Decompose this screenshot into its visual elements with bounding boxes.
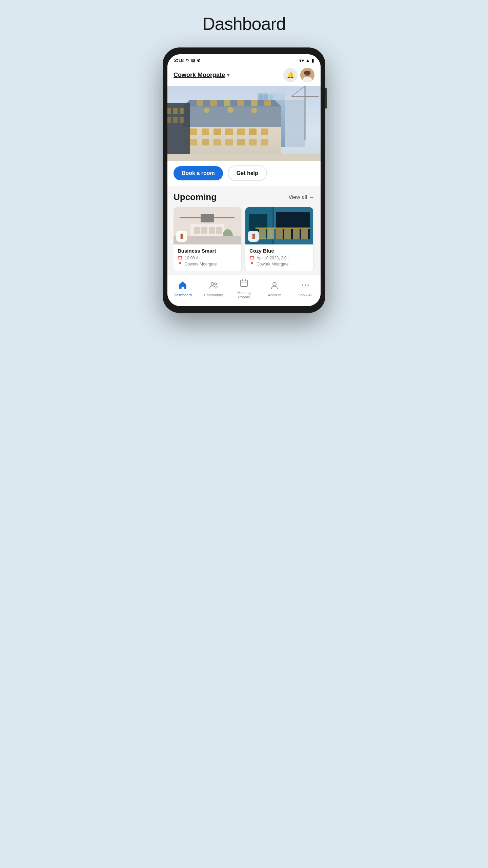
no-disturb-icon: ⊘ xyxy=(197,58,200,63)
data-icon: ⟳ xyxy=(186,58,189,63)
svg-rect-22 xyxy=(224,100,230,106)
section-header: Upcoming View all → xyxy=(174,192,314,202)
nav-item-show-all[interactable]: Show All xyxy=(295,281,316,297)
svg-rect-69 xyxy=(256,228,310,229)
svg-rect-49 xyxy=(180,117,184,123)
get-help-button[interactable]: Get help xyxy=(228,165,267,181)
nav-item-meeting-rooms[interactable]: MeetingRooms xyxy=(234,278,254,299)
svg-rect-47 xyxy=(167,117,171,123)
svg-rect-31 xyxy=(214,129,221,135)
location-selector[interactable]: Cowork Moorgate ▾ xyxy=(174,72,229,79)
upcoming-title: Upcoming xyxy=(174,192,217,202)
signal-icon: ▲ xyxy=(305,58,310,63)
room-location-2: 📍 Cowork Moorgate xyxy=(249,262,309,267)
svg-point-28 xyxy=(251,108,257,113)
svg-rect-20 xyxy=(197,100,203,106)
clock-icon-2: ⏰ xyxy=(249,256,255,260)
status-bar: 2:18 ⟳ ▤ ⊘ ▾▾ ▲ ▮ xyxy=(167,54,321,65)
pin-icon-2: 📍 xyxy=(249,262,255,267)
svg-rect-41 xyxy=(249,139,257,145)
room-card-body: Business Smart ⏰ 10:00 A... 📍 Cowork Moo… xyxy=(174,244,241,271)
view-all-text: View all xyxy=(288,194,307,200)
svg-point-87 xyxy=(305,284,306,286)
status-left: 2:18 ⟳ ▤ ⊘ xyxy=(174,58,200,63)
svg-rect-72 xyxy=(276,229,283,239)
account-icon xyxy=(270,281,279,292)
svg-rect-24 xyxy=(251,100,258,106)
svg-rect-7 xyxy=(285,100,305,147)
room-card[interactable]: 🚪 Cozy Blue ⏰ Apr 10 2023, 2:0... 📍 Cowo… xyxy=(245,207,313,271)
svg-rect-53 xyxy=(167,154,321,161)
svg-rect-60 xyxy=(216,227,222,234)
nav-item-community[interactable]: Community xyxy=(203,281,224,297)
svg-rect-46 xyxy=(180,108,184,114)
room-door-icon-2: 🚪 xyxy=(248,231,259,242)
svg-point-26 xyxy=(204,108,209,113)
pin-icon-1: 📍 xyxy=(178,262,183,267)
svg-rect-33 xyxy=(237,129,245,135)
bell-icon: 🔔 xyxy=(287,71,294,79)
arrow-right-icon: → xyxy=(309,194,314,200)
hero-image xyxy=(167,86,321,161)
svg-rect-75 xyxy=(301,229,308,239)
svg-rect-36 xyxy=(190,139,197,145)
svg-rect-42 xyxy=(261,139,268,145)
room-location-1: 📍 Cowork Moorgate xyxy=(178,262,237,267)
svg-rect-35 xyxy=(261,129,268,135)
phone-shell: 2:18 ⟳ ▤ ⊘ ▾▾ ▲ ▮ Cowork Moorgate ▾ 🔔 xyxy=(163,47,325,313)
status-right: ▾▾ ▲ ▮ xyxy=(299,58,314,63)
svg-rect-48 xyxy=(173,117,178,123)
svg-rect-73 xyxy=(284,229,291,239)
room-time-1: ⏰ 10:00 A... xyxy=(178,256,237,260)
book-room-button[interactable]: Book a room xyxy=(174,166,223,180)
svg-rect-81 xyxy=(241,280,247,287)
svg-rect-74 xyxy=(293,229,300,239)
avatar-image xyxy=(300,68,314,82)
svg-rect-70 xyxy=(259,229,266,239)
storage-icon: ▤ xyxy=(191,58,195,63)
svg-rect-9 xyxy=(259,95,263,100)
svg-rect-61 xyxy=(201,214,214,222)
svg-rect-37 xyxy=(202,139,209,145)
home-icon xyxy=(178,281,187,292)
header-actions: 🔔 xyxy=(283,68,314,82)
chevron-down-icon: ▾ xyxy=(227,72,229,78)
svg-point-85 xyxy=(273,282,276,286)
upcoming-section: Upcoming View all → xyxy=(167,186,321,275)
view-all-link[interactable]: View all → xyxy=(288,194,314,200)
room-cards: 🚪 Business Smart ⏰ 10:00 A... 📍 Cowork M… xyxy=(174,207,314,271)
page-title: Dashboard xyxy=(202,14,285,34)
svg-rect-44 xyxy=(167,108,171,114)
nav-label-community: Community xyxy=(204,293,223,297)
svg-rect-40 xyxy=(237,139,245,145)
svg-rect-23 xyxy=(237,100,244,106)
room-name-2: Cozy Blue xyxy=(249,248,309,254)
notification-button[interactable]: 🔔 xyxy=(283,68,298,82)
svg-rect-10 xyxy=(264,95,268,100)
svg-rect-57 xyxy=(194,227,200,234)
svg-rect-11 xyxy=(269,95,273,100)
room-card-image: 🚪 xyxy=(174,207,241,244)
room-door-icon-1: 🚪 xyxy=(176,231,187,242)
svg-rect-45 xyxy=(173,108,178,114)
nav-label-account: Account xyxy=(268,293,281,297)
more-icon xyxy=(301,281,310,292)
status-time: 2:18 xyxy=(174,58,184,63)
avatar[interactable] xyxy=(300,68,314,82)
svg-point-80 xyxy=(215,283,217,285)
nav-label-dashboard: Dashboard xyxy=(174,293,192,297)
svg-point-79 xyxy=(211,282,214,285)
building-scene xyxy=(167,86,321,161)
calendar-icon xyxy=(240,278,248,289)
svg-rect-29 xyxy=(190,129,197,135)
svg-rect-38 xyxy=(214,139,221,145)
location-name: Cowork Moorgate xyxy=(174,72,225,79)
room-time-2: ⏰ Apr 10 2023, 2:0... xyxy=(249,256,309,260)
svg-point-86 xyxy=(302,284,303,286)
room-card[interactable]: 🚪 Business Smart ⏰ 10:00 A... 📍 Cowork M… xyxy=(174,207,241,271)
nav-item-dashboard[interactable]: Dashboard xyxy=(172,281,193,297)
nav-item-account[interactable]: Account xyxy=(264,281,285,297)
svg-rect-21 xyxy=(210,100,217,106)
room-card-body: Cozy Blue ⏰ Apr 10 2023, 2:0... 📍 Cowork… xyxy=(245,244,313,271)
svg-rect-34 xyxy=(249,129,257,135)
